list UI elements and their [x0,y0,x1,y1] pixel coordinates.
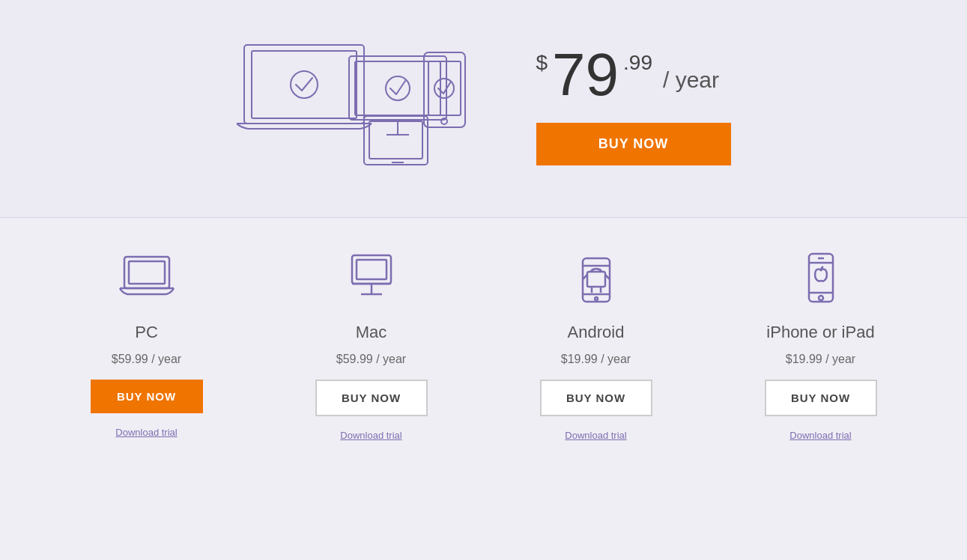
pc-icon [117,248,177,308]
svg-point-5 [386,76,410,100]
buy-now-button-mac[interactable]: BUY NOW [315,380,428,416]
price-cents: .99 [623,51,652,75]
mac-price: $59.99 / year [336,353,406,366]
product-col-pc: PC $59.99 / year BUY NOW Download trial [34,248,259,441]
download-trial-link-iphone[interactable]: Download trial [789,430,851,441]
top-section: $ 79 .99 / year BUY NOW [0,0,967,217]
pc-name: PC [135,323,158,342]
svg-rect-12 [364,116,428,165]
svg-rect-25 [587,272,605,287]
svg-rect-33 [809,254,833,302]
svg-rect-4 [355,61,440,115]
price-main: 79 [552,45,619,105]
svg-point-2 [291,71,318,98]
svg-rect-16 [129,261,165,284]
product-col-android: Android $19.99 / year BUY NOW Download t… [484,248,709,441]
svg-rect-13 [369,121,422,159]
iphone-icon-svg [791,248,851,308]
iphone-name: iPhone or iPad [766,323,874,342]
buy-now-button-pc[interactable]: BUY NOW [91,380,203,413]
svg-point-27 [598,269,601,271]
pc-price: $59.99 / year [112,353,181,366]
devices-illustration [237,30,476,180]
android-price: $19.99 / year [561,353,631,366]
svg-point-26 [591,269,593,271]
svg-point-32 [595,297,598,300]
product-col-mac: Mac $59.99 / year BUY NOW Download trial [259,248,484,441]
mac-icon [342,248,401,308]
devices-svg [237,30,476,180]
price-block: $ 79 .99 / year BUY NOW [536,45,731,165]
price-per: / year [663,67,719,93]
buy-now-button-top[interactable]: BUY NOW [536,123,731,165]
download-trial-link-pc[interactable]: Download trial [115,427,177,438]
price-dollar: $ [536,51,548,75]
product-col-iphone: iPhone or iPad $19.99 / year BUY NOW Dow… [709,248,933,441]
android-icon [566,248,626,308]
android-icon-svg [566,248,626,308]
laptop-icon-svg [117,248,177,308]
svg-rect-1 [252,51,357,118]
svg-rect-0 [244,45,364,124]
svg-rect-9 [428,61,461,115]
svg-rect-18 [357,260,387,279]
price-display: $ 79 .99 / year [536,45,720,105]
mac-name: Mac [356,323,387,342]
download-trial-link-android[interactable]: Download trial [565,430,626,441]
mac-icon-svg [342,248,401,308]
svg-point-36 [819,296,823,300]
download-trial-link-mac[interactable]: Download trial [340,430,401,441]
iphone-icon [791,248,851,308]
buy-now-button-android[interactable]: BUY NOW [540,380,652,416]
buy-now-button-iphone[interactable]: BUY NOW [765,380,877,416]
iphone-price: $19.99 / year [786,353,855,366]
bottom-section: PC $59.99 / year BUY NOW Download trial … [0,218,967,471]
android-name: Android [568,323,625,342]
